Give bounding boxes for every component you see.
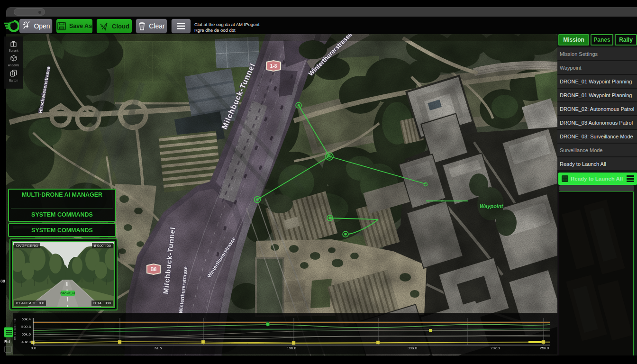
svg-text:B8: B8 bbox=[151, 267, 157, 272]
svg-text:1-8: 1-8 bbox=[270, 64, 277, 69]
svg-text:Waypoint: Waypoint bbox=[480, 203, 504, 209]
svg-text:DRONE_01: DRONE_01 bbox=[60, 292, 75, 295]
